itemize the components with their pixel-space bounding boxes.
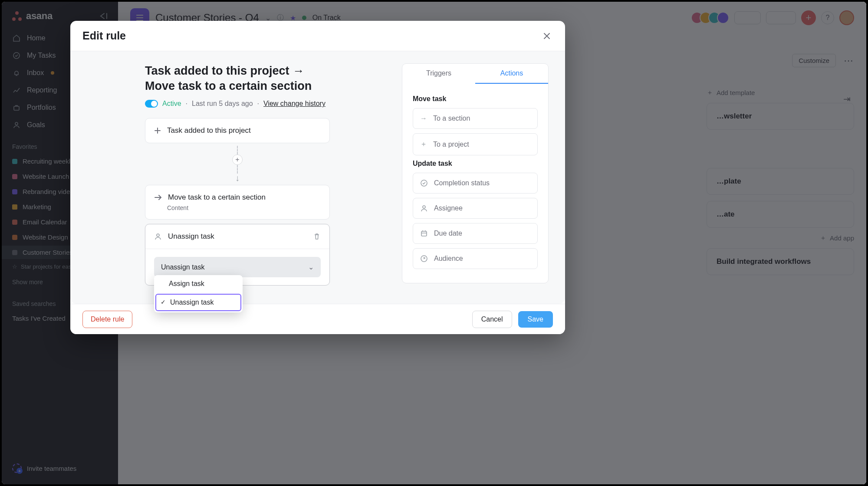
rule-flow-column: Task added to this project → Move task t…	[70, 63, 402, 304]
svg-rect-6	[421, 231, 427, 236]
option-to-section[interactable]: → To a section	[413, 108, 538, 129]
rule-heading: Task added to this project → Move task t…	[145, 63, 327, 94]
arrow-right-icon	[154, 194, 162, 200]
option-completion-status[interactable]: Completion status	[413, 173, 538, 194]
trigger-card[interactable]: Task added to this project	[145, 118, 330, 143]
option-to-project[interactable]: ＋ To a project	[413, 133, 538, 155]
assignment-select[interactable]: Unassign task ⌄	[154, 257, 321, 277]
connector: + ↓	[145, 143, 330, 185]
change-history-link[interactable]: View change history	[263, 100, 326, 108]
add-step-button[interactable]: +	[232, 154, 243, 165]
tab-actions[interactable]: Actions	[475, 64, 548, 84]
check-circle-icon	[420, 179, 428, 187]
arrow-down-icon: ↓	[235, 174, 240, 182]
trigger-label: Task added to this project	[167, 126, 251, 135]
dropdown-option-assign[interactable]: Assign task	[154, 275, 243, 292]
modal-header: Edit rule	[70, 21, 565, 51]
target-icon	[420, 255, 428, 263]
modal-title: Edit rule	[82, 30, 126, 42]
delete-rule-button[interactable]: Delete rule	[82, 311, 132, 328]
action-label: Move task to a certain section	[168, 193, 266, 202]
svg-point-5	[423, 206, 425, 208]
section-move-task: Move task	[413, 95, 538, 103]
person-icon	[420, 204, 428, 212]
tab-triggers[interactable]: Triggers	[402, 64, 475, 84]
plus-icon: ＋	[420, 140, 427, 149]
dropdown-option-unassign[interactable]: Unassign task	[155, 294, 241, 311]
assignment-dropdown: Assign task Unassign task	[154, 275, 243, 312]
delete-step-icon[interactable]	[313, 233, 321, 240]
option-assignee[interactable]: Assignee	[413, 198, 538, 219]
active-toggle[interactable]	[145, 100, 158, 108]
option-due-date[interactable]: Due date	[413, 223, 538, 244]
svg-point-3	[157, 234, 159, 236]
person-icon	[154, 233, 162, 240]
modal-body: Task added to this project → Move task t…	[70, 51, 565, 304]
select-value: Unassign task	[161, 263, 205, 271]
rule-meta: Active · Last run 5 days ago · View chan…	[145, 100, 330, 108]
edit-rule-modal: Edit rule Task added to this project → M…	[70, 21, 565, 334]
config-title: Unassign task	[168, 232, 214, 241]
close-icon[interactable]	[541, 30, 553, 42]
arrow-right-icon: →	[420, 115, 427, 122]
option-audience[interactable]: Audience	[413, 248, 538, 269]
active-label: Active	[162, 100, 181, 108]
actions-panel: Triggers Actions Move task → To a sectio…	[402, 63, 549, 283]
config-card: Unassign task Unassign task ⌄ Assign tas…	[145, 224, 330, 286]
last-run: Last run 5 days ago	[192, 100, 253, 108]
action-sub: Content	[154, 204, 321, 211]
panel-tabs: Triggers Actions	[402, 64, 548, 84]
cancel-button[interactable]: Cancel	[472, 311, 512, 328]
section-update-task: Update task	[413, 160, 538, 167]
modal-footer: Delete rule Cancel Save	[70, 304, 565, 334]
plus-icon	[154, 127, 161, 134]
calendar-icon	[420, 230, 428, 237]
save-button[interactable]: Save	[518, 311, 553, 328]
action-card[interactable]: Move task to a certain section Content	[145, 185, 330, 220]
chevron-down-icon: ⌄	[308, 263, 314, 271]
